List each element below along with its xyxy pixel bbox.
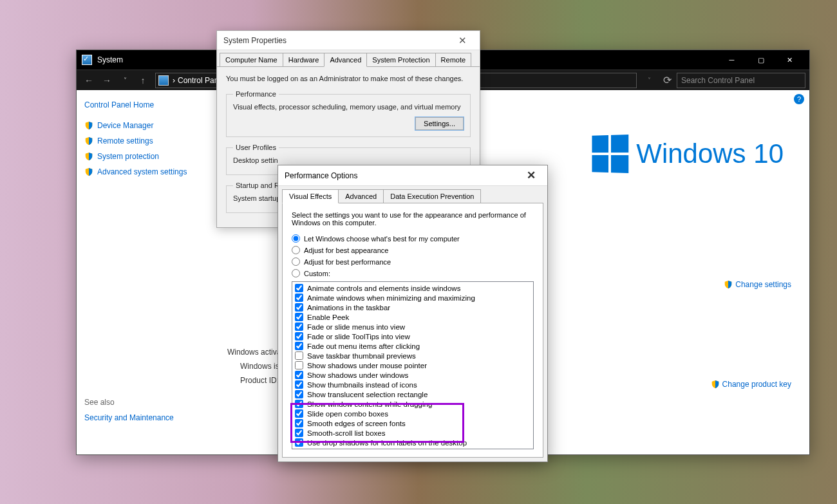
- close-button[interactable]: ✕: [775, 50, 804, 70]
- system-title: System: [97, 55, 123, 64]
- sidebar-link-2[interactable]: System protection: [84, 152, 204, 161]
- see-also-label: See also: [84, 398, 213, 407]
- windows-10-text: Windows 10: [636, 138, 784, 169]
- po-radio-0[interactable]: Let Windows choose what's best for my co…: [292, 234, 534, 243]
- po-check-12[interactable]: Show window contents while dragging: [295, 399, 531, 409]
- sp-group-0: PerformanceVisual effects, processor sch…: [226, 90, 471, 137]
- shield-icon: [84, 167, 93, 176]
- sp-tabstrip: Computer NameHardwareAdvancedSystem Prot…: [217, 50, 480, 67]
- sp-tab-advanced[interactable]: Advanced: [324, 53, 367, 67]
- po-radio-3[interactable]: Custom:: [292, 269, 534, 277]
- performance-options-dialog: Performance Options ✕ Visual EffectsAdva…: [277, 165, 548, 462]
- close-icon[interactable]: ✕: [452, 32, 473, 49]
- dropdown-arrow[interactable]: ˅: [117, 72, 133, 89]
- sp-title-text: System Properties: [223, 36, 287, 45]
- po-radio-2[interactable]: Adjust for best performance: [292, 257, 534, 266]
- po-check-10[interactable]: Show thumbnails instead of icons: [295, 380, 531, 389]
- search-input[interactable]: Search Control Panel: [677, 73, 805, 88]
- system-icon: [82, 55, 92, 65]
- change-product-key-link[interactable]: Change product key: [711, 380, 791, 389]
- po-check-1[interactable]: Animate windows when minimizing and maxi…: [295, 293, 531, 303]
- po-check-11[interactable]: Show translucent selection rectangle: [295, 389, 531, 399]
- sp-tab-remote[interactable]: Remote: [435, 53, 472, 66]
- shield-icon: [724, 280, 733, 289]
- po-check-16[interactable]: Use drop shadows for icon labels on the …: [295, 438, 531, 447]
- sp-tab-system protection[interactable]: System Protection: [366, 53, 435, 66]
- cp-home-link[interactable]: Control Panel Home: [84, 100, 204, 109]
- po-message: Select the settings you want to use for …: [292, 211, 534, 227]
- settings-button[interactable]: Settings...: [415, 117, 464, 130]
- shield-icon: [84, 121, 93, 130]
- po-check-9[interactable]: Show shadows under windows: [295, 370, 531, 380]
- po-titlebar[interactable]: Performance Options ✕: [278, 165, 547, 186]
- change-settings-link[interactable]: Change settings: [724, 280, 791, 289]
- back-button[interactable]: ←: [80, 72, 97, 89]
- po-check-8[interactable]: Show shadows under mouse pointer: [295, 360, 531, 370]
- maximize-button[interactable]: ▢: [746, 50, 775, 70]
- po-tab-data execution prevention[interactable]: Data Execution Prevention: [383, 189, 481, 203]
- left-panel: Control Panel Home Device ManagerRemote …: [77, 90, 212, 454]
- po-check-3[interactable]: Enable Peek: [295, 312, 531, 322]
- po-check-14[interactable]: Smooth edges of screen fonts: [295, 418, 531, 428]
- po-radio-1[interactable]: Adjust for best appearance: [292, 246, 534, 254]
- po-title-text: Performance Options: [285, 171, 357, 180]
- shield-icon: [84, 136, 93, 145]
- windows-logo-icon: [592, 135, 629, 173]
- po-tabstrip: Visual EffectsAdvancedData Execution Pre…: [278, 186, 547, 203]
- help-icon[interactable]: ?: [794, 94, 804, 104]
- path-dropdown[interactable]: ˅: [641, 72, 657, 89]
- control-panel-icon: [158, 75, 169, 86]
- po-check-2[interactable]: Animations in the taskbar: [295, 303, 531, 312]
- po-check-15[interactable]: Smooth-scroll list boxes: [295, 428, 531, 438]
- search-placeholder: Search Control Panel: [681, 76, 755, 85]
- shield-icon: [84, 152, 93, 161]
- sp-titlebar[interactable]: System Properties ✕: [217, 31, 480, 50]
- po-check-6[interactable]: Fade out menu items after clicking: [295, 341, 531, 351]
- visual-effects-checklist: Animate controls and elements inside win…: [292, 281, 534, 449]
- sp-admin-message: You must be logged on as an Administrato…: [226, 75, 471, 82]
- up-button[interactable]: ↑: [135, 72, 151, 89]
- po-check-0[interactable]: Animate controls and elements inside win…: [295, 283, 531, 293]
- po-check-13[interactable]: Slide open combo boxes: [295, 409, 531, 418]
- minimize-button[interactable]: ─: [717, 50, 746, 70]
- sidebar-link-0[interactable]: Device Manager: [84, 121, 204, 130]
- security-maintenance-link[interactable]: Security and Maintenance: [84, 413, 213, 422]
- forward-button[interactable]: →: [99, 72, 115, 89]
- shield-icon: [711, 380, 720, 389]
- po-check-4[interactable]: Fade or slide menus into view: [295, 322, 531, 331]
- po-tab-visual effects[interactable]: Visual Effects: [282, 189, 339, 203]
- sidebar-link-1[interactable]: Remote settings: [84, 136, 204, 145]
- windows-10-logo: Windows 10: [591, 135, 784, 173]
- sidebar-link-3[interactable]: Advanced system settings: [84, 167, 204, 176]
- po-tab-advanced[interactable]: Advanced: [338, 189, 384, 203]
- refresh-button[interactable]: ⟳: [659, 72, 675, 89]
- close-icon[interactable]: ✕: [522, 166, 541, 185]
- sp-tab-computer name[interactable]: Computer Name: [220, 53, 283, 66]
- po-check-5[interactable]: Fade or slide ToolTips into view: [295, 331, 531, 341]
- po-check-7[interactable]: Save taskbar thumbnail previews: [295, 351, 531, 360]
- sp-tab-hardware[interactable]: Hardware: [283, 53, 325, 66]
